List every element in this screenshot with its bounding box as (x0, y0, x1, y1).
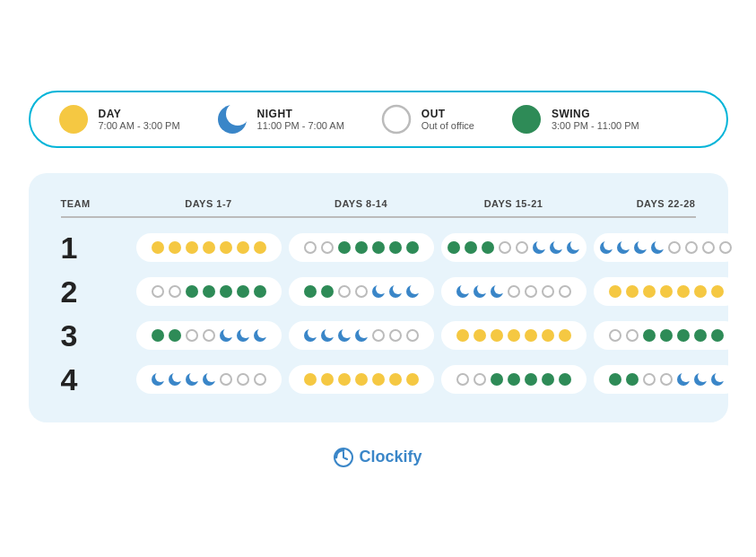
svg-point-96 (407, 330, 418, 341)
dot (320, 372, 335, 387)
svg-point-103 (559, 329, 571, 342)
svg-point-15 (355, 241, 368, 254)
legend-item-night: NIGHT 11:00 PM - 7:00 AM (216, 103, 344, 135)
svg-point-8 (203, 241, 215, 254)
col-days3: DAYS 15-21 (438, 198, 590, 209)
dot (473, 284, 487, 299)
svg-point-49 (304, 285, 317, 298)
dot-cell (594, 321, 739, 350)
dot (507, 372, 521, 387)
dot (684, 240, 699, 255)
legend-item-out: OUT Out of office (380, 103, 474, 135)
svg-point-134 (542, 373, 554, 386)
dot (549, 240, 563, 255)
day-icon (57, 103, 90, 135)
dot (337, 372, 352, 387)
svg-point-22 (500, 242, 510, 253)
dot (481, 240, 495, 255)
table-row: 4 (61, 362, 696, 397)
dot (354, 240, 369, 255)
dot (558, 284, 572, 299)
svg-point-14 (338, 241, 351, 254)
svg-point-3 (383, 106, 410, 133)
svg-point-38 (669, 242, 680, 253)
dot (185, 284, 199, 299)
dot (320, 328, 335, 343)
dot (320, 284, 335, 299)
svg-point-74 (694, 285, 707, 298)
dot (371, 372, 386, 387)
dot (693, 328, 708, 343)
svg-point-69 (609, 285, 621, 298)
dot (168, 284, 182, 299)
svg-point-21 (482, 241, 494, 254)
svg-point-50 (321, 285, 334, 298)
legend-out-text: OUT Out of office (421, 108, 474, 131)
dot (185, 328, 199, 343)
dot-cell (441, 277, 587, 306)
dot (151, 240, 165, 255)
svg-point-100 (508, 329, 520, 342)
svg-point-106 (643, 329, 656, 342)
dot (456, 372, 470, 387)
dot-cell (441, 233, 587, 262)
dot (168, 372, 182, 387)
svg-point-68 (560, 286, 570, 297)
dot (388, 372, 403, 387)
legend-out-title: OUT (421, 108, 474, 120)
svg-point-126 (372, 373, 385, 386)
dot (219, 372, 233, 387)
dot (388, 328, 403, 343)
team-number: 3 (61, 318, 133, 353)
dot-cell (289, 365, 434, 394)
dot (303, 328, 317, 343)
dot (710, 284, 725, 299)
svg-point-119 (221, 374, 231, 385)
svg-point-99 (491, 329, 503, 342)
dot (236, 372, 250, 387)
out-icon (380, 103, 413, 135)
legend-swing-title: SWING (552, 108, 639, 120)
dot (219, 284, 233, 299)
svg-point-105 (627, 330, 638, 341)
svg-point-44 (186, 285, 198, 298)
svg-point-75 (711, 285, 724, 298)
dot (354, 372, 369, 387)
dot (710, 328, 725, 343)
schedule-card: TEAM DAYS 1-7 DAYS 8-14 DAYS 15-21 DAYS … (29, 173, 728, 422)
svg-point-123 (321, 373, 334, 386)
dot (464, 240, 478, 255)
col-days2: DAYS 8-14 (285, 198, 438, 209)
dot (490, 328, 504, 343)
svg-point-131 (491, 373, 503, 386)
legend-out-time: Out of office (421, 120, 474, 131)
svg-point-135 (559, 373, 571, 386)
dot (650, 240, 665, 255)
dot (185, 372, 199, 387)
dot (236, 328, 250, 343)
svg-point-17 (389, 241, 402, 254)
col-team: TEAM (61, 198, 133, 209)
dot (405, 328, 420, 343)
clockify-brand-text: Clockify (359, 448, 421, 466)
svg-point-121 (255, 374, 265, 385)
dot (524, 328, 538, 343)
legend-swing-text: SWING 3:00 PM - 11:00 PM (552, 108, 639, 131)
svg-point-97 (456, 329, 469, 342)
svg-point-43 (169, 286, 180, 297)
legend-night-title: NIGHT (257, 108, 344, 120)
dot-cell (289, 321, 434, 350)
svg-point-51 (339, 286, 350, 297)
dot (219, 240, 233, 255)
svg-point-108 (677, 329, 690, 342)
svg-point-130 (474, 374, 485, 385)
svg-point-12 (305, 242, 316, 253)
svg-point-129 (457, 374, 468, 385)
dot (608, 372, 622, 387)
svg-point-45 (203, 285, 215, 298)
svg-point-11 (254, 241, 266, 254)
dot (456, 328, 470, 343)
dot (693, 284, 708, 299)
legend-day-time: 7:00 AM - 3:00 PM (99, 120, 180, 131)
dot-cell (441, 321, 587, 350)
